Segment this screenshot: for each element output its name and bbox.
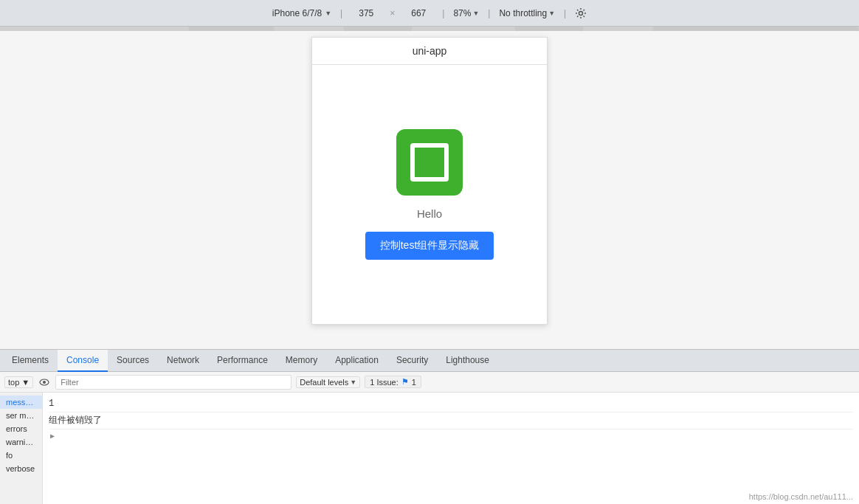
- throttle-selector[interactable]: No throttling ▼: [499, 8, 555, 18]
- console-log-area: 1 组件被销毁了 ▶: [43, 393, 859, 504]
- levels-label: Default levels: [300, 378, 348, 387]
- issue-text: 1 Issue:: [370, 378, 399, 387]
- settings-icon[interactable]: [575, 7, 587, 19]
- svg-point-0: [579, 11, 583, 15]
- console-toolbar: top ▼ Default levels ▼ 1 Issue: ⚑ 1: [0, 372, 859, 393]
- tab-lighthouse[interactable]: Lighthouse: [437, 350, 498, 372]
- viewport-width: 375: [351, 8, 381, 18]
- console-line-2-text: 组件被销毁了: [49, 415, 102, 426]
- tab-memory[interactable]: Memory: [277, 350, 326, 372]
- console-sidebar: messages ser mess… errors warnings fo ve…: [0, 393, 43, 504]
- tab-sources[interactable]: Sources: [108, 350, 158, 372]
- device-selector[interactable]: iPhone 6/7/8 ▼: [272, 8, 331, 18]
- toolbar-separator-4: |: [564, 8, 566, 18]
- issue-count: 1: [412, 378, 416, 387]
- devtools-panel: Elements Console Sources Network Perform…: [0, 349, 859, 504]
- device-toolbar: iPhone 6/7/8 ▼ | 375 × 667 | 87% ▼ | No …: [0, 0, 859, 27]
- viewport-height: 667: [404, 8, 433, 18]
- sidebar-item-verbose[interactable]: verbose: [0, 462, 42, 475]
- eye-button[interactable]: [38, 376, 51, 389]
- throttle-caret: ▼: [548, 10, 555, 17]
- console-line-1: 1: [49, 396, 853, 412]
- device-caret: ▼: [325, 10, 331, 17]
- levels-selector[interactable]: Default levels ▼: [296, 376, 360, 388]
- simulator-title: uni-app: [312, 38, 547, 65]
- uni-logo-inner: [410, 143, 449, 182]
- zoom-label: 87%: [453, 8, 471, 18]
- uni-app-logo: [396, 129, 463, 196]
- sidebar-item-errors[interactable]: errors: [0, 422, 42, 435]
- sidebar-item-user-messages[interactable]: ser mess…: [0, 409, 42, 422]
- tab-elements[interactable]: Elements: [3, 350, 58, 372]
- tab-performance[interactable]: Performance: [208, 350, 277, 372]
- expand-arrow-icon[interactable]: ▶: [49, 432, 55, 441]
- device-name-label: iPhone 6/7/8: [272, 8, 322, 18]
- tab-network[interactable]: Network: [158, 350, 208, 372]
- context-caret: ▼: [21, 378, 30, 387]
- context-label: top: [8, 378, 19, 387]
- issue-badge[interactable]: 1 Issue: ⚑ 1: [365, 376, 421, 388]
- hello-text: Hello: [417, 207, 442, 220]
- tab-application[interactable]: Application: [326, 350, 387, 372]
- console-expand-row[interactable]: ▶: [49, 429, 853, 443]
- tab-console[interactable]: Console: [58, 350, 108, 372]
- zoom-selector[interactable]: 87% ▼: [453, 8, 479, 18]
- sidebar-item-warnings[interactable]: warnings: [0, 435, 42, 449]
- toolbar-separator-3: |: [488, 8, 490, 18]
- simulator-content: Hello 控制test组件显示隐藏: [312, 65, 547, 324]
- tab-security[interactable]: Security: [387, 350, 437, 372]
- context-selector[interactable]: top ▼: [4, 376, 33, 388]
- throttle-label: No throttling: [499, 8, 547, 18]
- toolbar-separator-1: |: [340, 8, 342, 18]
- zoom-caret: ▼: [472, 10, 479, 17]
- console-line-1-text: 1: [49, 398, 54, 409]
- console-messages-area: messages ser mess… errors warnings fo ve…: [0, 393, 859, 504]
- toolbar-separator-2: |: [442, 8, 444, 18]
- issue-flag-icon: ⚑: [401, 377, 409, 387]
- sidebar-item-info[interactable]: fo: [0, 449, 42, 462]
- sidebar-item-messages[interactable]: messages: [0, 396, 42, 409]
- filter-input[interactable]: [55, 375, 291, 390]
- devtools-tabs: Elements Console Sources Network Perform…: [0, 350, 859, 372]
- dimension-cross: ×: [390, 8, 395, 18]
- url-bar: https://blog.csdn.net/au111...: [749, 492, 853, 501]
- console-line-2: 组件被销毁了: [49, 412, 853, 429]
- simulator-frame: uni-app Hello 控制test组件显示隐藏: [311, 37, 548, 325]
- control-button[interactable]: 控制test组件显示隐藏: [365, 232, 494, 260]
- levels-caret: ▼: [350, 379, 356, 386]
- svg-point-2: [43, 381, 46, 384]
